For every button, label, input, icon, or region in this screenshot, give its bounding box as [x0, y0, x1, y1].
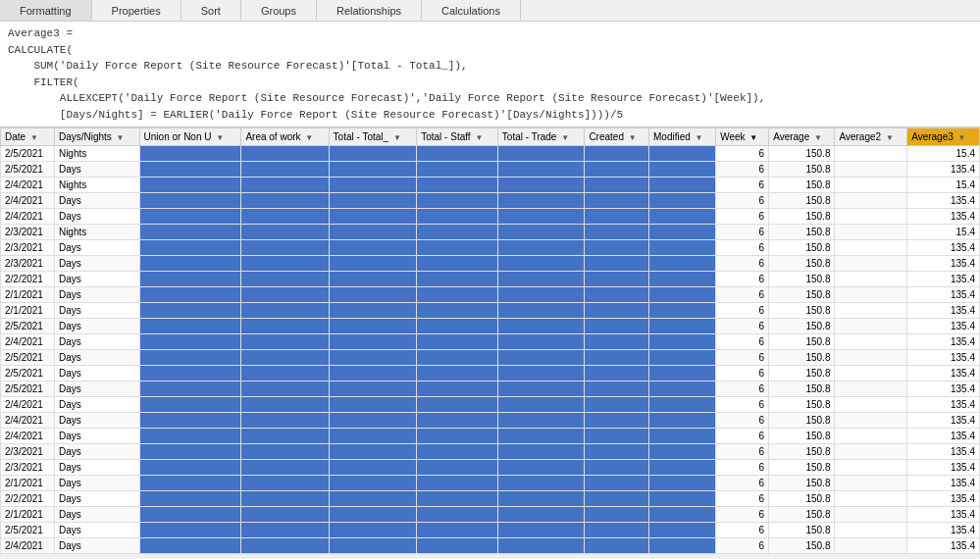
- table-cell: [497, 523, 585, 538]
- col-date[interactable]: Date ▼: [1, 128, 55, 146]
- table-cell: [497, 225, 585, 240]
- table-cell: [139, 350, 241, 366]
- table-cell: 150.8: [769, 429, 835, 444]
- table-cell: [497, 350, 585, 366]
- table-cell: [649, 429, 716, 444]
- table-cell: [497, 209, 585, 225]
- table-cell: 135.4: [907, 413, 980, 429]
- col-union[interactable]: Union or Non U ▼: [139, 128, 241, 146]
- area-filter-arrow[interactable]: ▼: [305, 133, 313, 142]
- table-cell: 2/3/2021: [1, 256, 55, 272]
- table-cell: [417, 334, 498, 350]
- table-row: 2/3/2021Days6150.8135.4: [1, 444, 980, 460]
- table-cell: [497, 491, 585, 507]
- daysnights-filter-arrow[interactable]: ▼: [117, 133, 125, 142]
- table-cell: [241, 146, 329, 162]
- toolbar-tab-calculations[interactable]: Calculations: [422, 0, 521, 21]
- table-row: 2/5/2021Days6150.8135.4: [1, 162, 980, 178]
- table-cell: 150.8: [769, 209, 835, 225]
- table-cell: [835, 397, 907, 413]
- table-cell: [585, 256, 649, 272]
- average3-filter-arrow[interactable]: ▼: [958, 133, 966, 142]
- table-cell: 6: [716, 240, 769, 256]
- col-days-nights[interactable]: Days/Nights ▼: [54, 128, 139, 146]
- table-cell: [835, 538, 907, 554]
- toolbar-tab-groups[interactable]: Groups: [241, 0, 317, 21]
- average2-filter-arrow[interactable]: ▼: [886, 133, 894, 142]
- table-container[interactable]: Date ▼ Days/Nights ▼ Union or Non U ▼ Ar…: [0, 127, 980, 559]
- table-cell: [497, 256, 585, 272]
- table-cell: 135.4: [907, 429, 980, 444]
- table-cell: 135.4: [907, 523, 980, 538]
- table-row: 2/4/2021Days6150.8135.4: [1, 193, 980, 209]
- toolbar-tab-relationships[interactable]: Relationships: [317, 0, 422, 21]
- table-cell: [241, 225, 329, 240]
- table-cell: 6: [716, 491, 769, 507]
- toolbar-tab-formatting[interactable]: Formatting: [0, 0, 92, 21]
- table-cell: [497, 460, 585, 476]
- table-cell: 2/5/2021: [1, 366, 55, 381]
- table-cell: [497, 381, 585, 397]
- table-cell: [139, 146, 241, 162]
- table-cell: 2/1/2021: [1, 303, 55, 319]
- week-filter-arrow[interactable]: ▼: [749, 133, 757, 142]
- col-week[interactable]: Week ▼: [716, 128, 769, 146]
- col-total[interactable]: Total - Total_ ▼: [329, 128, 417, 146]
- table-cell: [649, 366, 716, 381]
- table-cell: 150.8: [769, 413, 835, 429]
- table-cell: 2/5/2021: [1, 350, 55, 366]
- col-average2[interactable]: Average2 ▼: [835, 128, 907, 146]
- date-filter-arrow[interactable]: ▼: [30, 133, 38, 142]
- table-cell: [329, 303, 417, 319]
- table-cell: 2/1/2021: [1, 507, 55, 523]
- table-cell: [649, 381, 716, 397]
- table-cell: 135.4: [907, 381, 980, 397]
- table-cell: [649, 350, 716, 366]
- col-average[interactable]: Average ▼: [769, 128, 835, 146]
- col-created[interactable]: Created ▼: [585, 128, 649, 146]
- table-cell: [585, 444, 649, 460]
- table-cell: 150.8: [769, 350, 835, 366]
- table-cell: [329, 240, 417, 256]
- average-filter-arrow[interactable]: ▼: [814, 133, 822, 142]
- staff-filter-arrow[interactable]: ▼: [475, 133, 483, 142]
- table-cell: [417, 397, 498, 413]
- col-average3[interactable]: Average3 ▼: [907, 128, 980, 146]
- table-cell: [329, 476, 417, 491]
- modified-filter-arrow[interactable]: ▼: [696, 133, 703, 142]
- table-cell: [241, 209, 329, 225]
- toolbar-tab-sort[interactable]: Sort: [181, 0, 241, 21]
- table-cell: [139, 460, 241, 476]
- table-cell: Days: [54, 366, 139, 381]
- table-cell: [585, 287, 649, 303]
- table-cell: 2/5/2021: [1, 381, 55, 397]
- table-cell: [329, 413, 417, 429]
- table-cell: [241, 413, 329, 429]
- col-modified[interactable]: Modified ▼: [649, 128, 716, 146]
- table-cell: 135.4: [907, 350, 980, 366]
- table-cell: [417, 538, 498, 554]
- created-filter-arrow[interactable]: ▼: [629, 133, 637, 142]
- col-trade[interactable]: Total - Trade ▼: [497, 128, 585, 146]
- table-cell: Days: [54, 209, 139, 225]
- table-cell: [241, 523, 329, 538]
- total-filter-arrow[interactable]: ▼: [393, 133, 401, 142]
- col-staff[interactable]: Total - Staff ▼: [417, 128, 498, 146]
- table-cell: [835, 225, 907, 240]
- table-cell: [649, 334, 716, 350]
- toolbar-tab-properties[interactable]: Properties: [92, 0, 181, 21]
- table-cell: [241, 334, 329, 350]
- table-row: 2/4/2021Days6150.8135.4: [1, 429, 980, 444]
- table-cell: 135.4: [907, 287, 980, 303]
- table-row: 2/3/2021Days6150.8135.4: [1, 460, 980, 476]
- table-cell: [835, 209, 907, 225]
- table-cell: [329, 256, 417, 272]
- table-cell: [241, 319, 329, 334]
- table-cell: [835, 334, 907, 350]
- table-cell: [649, 146, 716, 162]
- trade-filter-arrow[interactable]: ▼: [561, 133, 569, 142]
- table-cell: Days: [54, 240, 139, 256]
- table-cell: [649, 444, 716, 460]
- union-filter-arrow[interactable]: ▼: [216, 133, 224, 142]
- col-area-work[interactable]: Area of work ▼: [241, 128, 329, 146]
